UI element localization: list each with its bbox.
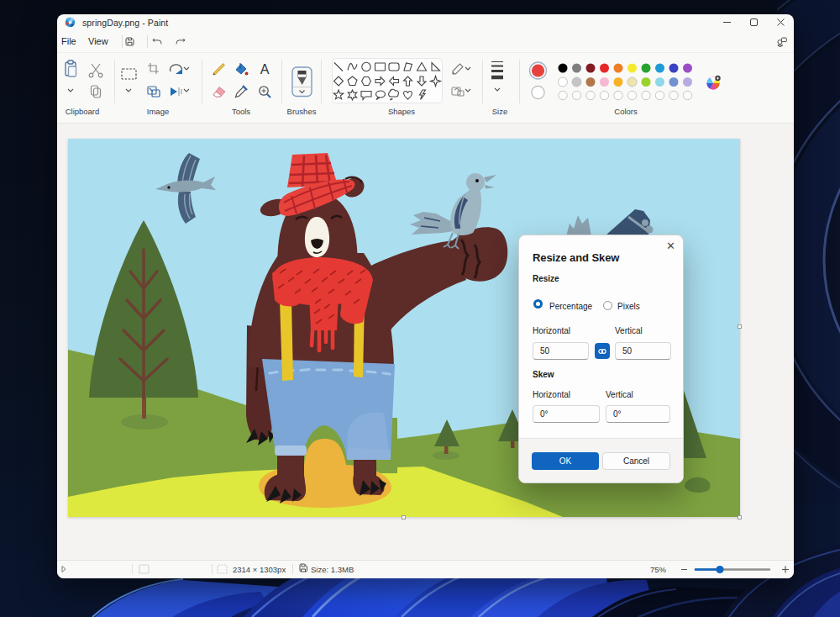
svg-text:Tools: Tools xyxy=(232,107,250,116)
svg-text:Colors: Colors xyxy=(614,107,638,116)
svg-text:Image: Image xyxy=(147,107,169,116)
svg-text:Clipboard: Clipboard xyxy=(66,107,100,116)
svg-text:Size: Size xyxy=(492,107,507,116)
svg-text:A: A xyxy=(260,62,270,76)
svg-text:Shapes: Shapes xyxy=(388,107,415,116)
svg-text:Size: 1.3MB: Size: 1.3MB xyxy=(311,565,354,574)
svg-text:Brushes: Brushes xyxy=(287,107,317,116)
svg-text:75%: 75% xyxy=(650,565,667,574)
svg-text:2314 × 1303px: 2314 × 1303px xyxy=(233,565,286,574)
